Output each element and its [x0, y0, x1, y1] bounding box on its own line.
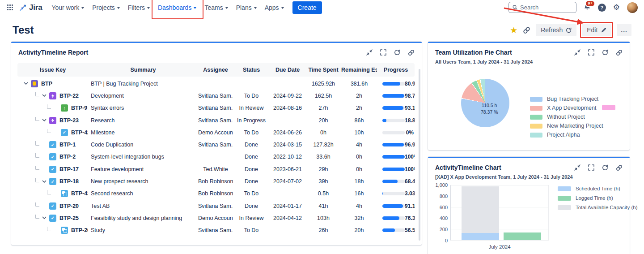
bar-chart[interactable]: 02004006008001,000 July 2024	[432, 183, 551, 244]
table-row[interactable]: ✓ BTP-17 Feature development Ted.White D…	[17, 163, 415, 175]
nav-item-your-work[interactable]: Your work	[47, 1, 88, 14]
user-avatar[interactable]	[627, 2, 638, 13]
refresh-icon[interactable]	[602, 164, 608, 171]
issue-key[interactable]: BTP-25	[59, 215, 79, 221]
issue-key[interactable]: BTP-22	[59, 93, 79, 99]
share-link-icon[interactable]	[523, 26, 530, 34]
scheduled-bar[interactable]	[462, 233, 499, 240]
link-icon[interactable]	[616, 49, 623, 56]
legend-item[interactable]: Logged Time (h)	[558, 195, 638, 201]
issue-key[interactable]: BTP-1	[59, 142, 76, 148]
table-row[interactable]: ✓ BTP-25 Feasibility study and design pl…	[17, 212, 415, 224]
column-header-assignee[interactable]: Assignee	[198, 67, 233, 73]
app-switcher-icon[interactable]	[4, 2, 16, 13]
chevron-down-icon[interactable]	[42, 119, 47, 122]
link-icon[interactable]	[408, 49, 415, 56]
table-row[interactable]: ↑ BTP-9 Syntax errors Svitlana Sam... In…	[17, 102, 415, 114]
table-row[interactable]: BTP-23 Research Svitlana Sam... In Progr…	[17, 114, 415, 126]
issue-status: To Do	[233, 227, 270, 233]
nav-item-teams[interactable]: Teams	[200, 1, 232, 14]
issue-key[interactable]: BTP-42	[71, 129, 88, 136]
capacity-bar[interactable]	[462, 186, 499, 240]
notifications-button[interactable]: 9+	[584, 3, 591, 12]
task-icon: ✓	[49, 202, 56, 210]
legend-item[interactable]: X App Development	[530, 105, 603, 111]
issue-assignee: Svitlana Sam...	[198, 227, 233, 233]
search-input[interactable]	[520, 4, 572, 11]
favorite-star-icon[interactable]: ★	[510, 26, 517, 34]
fullscreen-icon[interactable]	[588, 49, 594, 56]
settings-gear-icon[interactable]: ⚙	[613, 4, 620, 11]
collapse-icon[interactable]	[574, 164, 580, 171]
nav-item-plans[interactable]: Plans	[232, 1, 261, 14]
issue-key[interactable]: BTP-17	[59, 166, 79, 172]
tree-connector	[35, 215, 39, 219]
issue-key[interactable]: BTP-18	[59, 178, 79, 185]
table-row[interactable]: BTP BTP | Bug Tracking Project 1625.92h …	[17, 77, 415, 90]
help-button[interactable]: ?	[598, 4, 606, 12]
issue-status: To Do	[233, 93, 270, 99]
utilization-pie-chart[interactable]: 110.5 h 78.37 %	[461, 79, 509, 127]
page-title: Test	[13, 24, 34, 36]
logged-bar[interactable]	[504, 232, 541, 240]
issue-key[interactable]: BTP-26	[71, 227, 88, 233]
issue-key[interactable]: BTP-2	[59, 154, 76, 160]
chevron-down-icon[interactable]	[42, 180, 47, 183]
column-header-due-date[interactable]: Due Date	[270, 67, 305, 73]
collapse-icon[interactable]	[366, 49, 373, 56]
nav-item-dashboards[interactable]: Dashboards	[154, 1, 201, 14]
chevron-down-icon[interactable]	[42, 216, 47, 220]
search-icon	[513, 4, 517, 10]
issue-key[interactable]: BTP-23	[59, 117, 79, 124]
link-icon[interactable]	[616, 164, 623, 171]
chevron-down-icon[interactable]	[24, 82, 28, 85]
refresh-icon[interactable]	[394, 49, 400, 56]
legend-item[interactable]: Bug Tracking Project	[530, 96, 603, 102]
table-row[interactable]: BTP-43 Second research Bob Robinson To D…	[17, 188, 415, 200]
table-row[interactable]: ✓ BTP-1 Code Duplication Svitlana Sam...…	[17, 138, 415, 151]
refresh-button[interactable]: Refresh	[536, 24, 576, 36]
issue-key[interactable]: BTP-43	[71, 190, 88, 197]
legend-item[interactable]: New Marketing Project	[530, 123, 603, 129]
more-actions-button[interactable]: ...	[617, 24, 631, 36]
table-row[interactable]: ✓ BTP-42 Milestone Demo Account To Do 20…	[17, 126, 415, 138]
table-scrollbar[interactable]	[419, 69, 420, 241]
search-box[interactable]	[508, 2, 576, 13]
report-gadget-title: ActivityTimeline Report	[18, 49, 88, 56]
column-header-remaining-es-[interactable]: Remaining Es...	[341, 67, 377, 73]
issue-key[interactable]: BTP	[41, 81, 52, 87]
legend-item[interactable]: Without Project	[530, 114, 603, 120]
column-header-progress[interactable]: Progress	[377, 67, 415, 73]
table-row[interactable]: ✓ BTP-2 System-level integration bugs Do…	[17, 151, 415, 163]
nav-item-projects[interactable]: Projects	[88, 1, 124, 14]
legend-item[interactable]: Project Alpha	[530, 132, 603, 138]
table-row[interactable]: BTP-22 Development Svitlana Sam... To Do…	[17, 90, 415, 102]
table-row[interactable]: BTP-26 Study Svitlana Sam... To Do 26h 2…	[17, 224, 415, 237]
y-axis-tick: 800	[432, 194, 448, 199]
issue-summary: Milestone	[88, 129, 198, 136]
task-icon: ✓	[61, 129, 68, 136]
fullscreen-icon[interactable]	[588, 164, 594, 171]
refresh-icon[interactable]	[602, 49, 608, 56]
issue-key[interactable]: BTP-20	[59, 203, 79, 209]
progress-bar	[382, 155, 405, 159]
nav-item-filters[interactable]: Filters	[124, 1, 154, 14]
table-row[interactable]: ✓ BTP-20 Test AB Svitlana Sam... Done 20…	[17, 200, 415, 212]
column-header-summary[interactable]: Summary	[88, 67, 198, 73]
legend-item[interactable]: Scheduled Time (h)	[558, 186, 638, 191]
create-button[interactable]: Create	[292, 1, 322, 14]
y-axis-tick: 1,000	[432, 182, 448, 188]
column-header-issue-key[interactable]: Issue Key	[17, 67, 88, 73]
edit-button[interactable]: Edit	[582, 24, 611, 36]
chevron-down-icon[interactable]	[42, 94, 47, 97]
issue-key[interactable]: BTP-9	[71, 105, 87, 111]
fullscreen-icon[interactable]	[380, 49, 386, 56]
jira-logo[interactable]: ↗↗ Jira	[18, 3, 47, 12]
collapse-icon[interactable]	[574, 49, 580, 56]
nav-item-apps[interactable]: Apps	[261, 1, 288, 14]
table-row[interactable]: ✓ BTP-18 New prospect research Bob Robin…	[17, 175, 415, 187]
column-header-time-spent[interactable]: Time Spent	[305, 67, 341, 73]
legend-item[interactable]: Total Available Capacity (h)	[558, 205, 638, 210]
tree-connector	[47, 129, 51, 133]
column-header-status[interactable]: Status	[233, 67, 270, 73]
